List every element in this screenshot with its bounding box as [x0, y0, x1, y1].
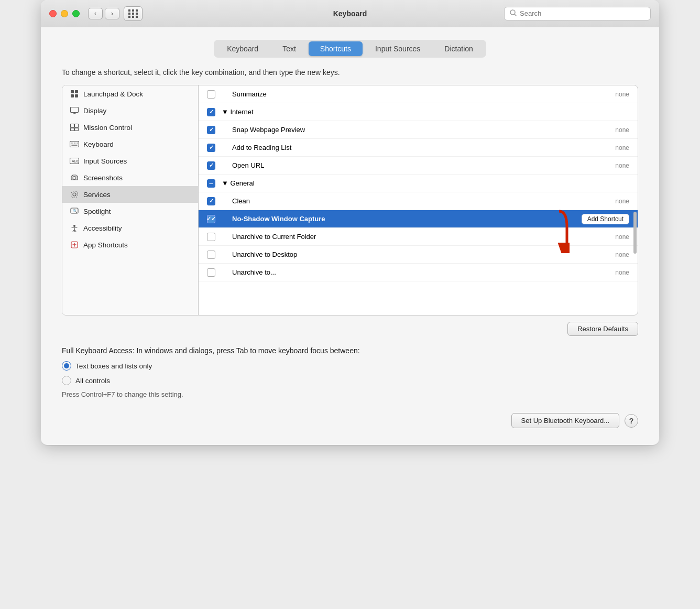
sidebar-label-input: Input Sources: [83, 157, 127, 165]
help-button[interactable]: ?: [625, 414, 638, 428]
shortcut-key-unarchive: none: [615, 269, 629, 276]
shortcut-row-clean[interactable]: Clean none: [199, 192, 638, 210]
tab-dictation[interactable]: Dictation: [433, 41, 484, 56]
radio-circle-text[interactable]: [62, 361, 71, 371]
search-box[interactable]: [504, 7, 651, 20]
content-area: Keyboard Text Shortcuts Input Sources Di…: [41, 27, 659, 445]
sidebar-label-display: Display: [83, 107, 106, 115]
shortcut-name-summarize: Summarize: [230, 90, 615, 98]
svg-rect-9: [71, 124, 74, 128]
apps-grid-button[interactable]: [124, 6, 143, 21]
shortcut-row-summarize[interactable]: Summarize none: [199, 85, 638, 103]
fka-hint: Press Control+F7 to change this setting.: [62, 390, 638, 398]
radio-all-controls[interactable]: All controls: [62, 376, 638, 385]
footer-row: Set Up Bluetooth Keyboard... ?: [62, 413, 638, 428]
shortcut-row-noshadow[interactable]: ✓ No-Shadow Window Capture Add Shortcut: [199, 210, 638, 228]
checkbox-openurl[interactable]: [207, 161, 220, 170]
checkbox-internet[interactable]: [207, 108, 220, 116]
svg-point-22: [73, 177, 76, 180]
sidebar-item-launchpad[interactable]: Launchpad & Dock: [62, 85, 198, 102]
svg-rect-5: [75, 94, 78, 97]
sidebar-item-keyboard[interactable]: Keyboard: [62, 136, 198, 153]
forward-button[interactable]: ›: [105, 8, 119, 19]
svg-rect-11: [71, 128, 74, 131]
tab-text[interactable]: Text: [271, 41, 308, 56]
sidebar-item-spotlight[interactable]: 🔍 Spotlight: [62, 203, 198, 220]
shortcut-row-unarchive-current[interactable]: Unarchive to Current Folder none: [199, 228, 638, 246]
svg-rect-2: [71, 90, 74, 93]
radio-label-text: Text boxes and lists only: [75, 362, 152, 370]
display-icon: [70, 106, 79, 115]
shortcut-name-clean: Clean: [230, 197, 615, 205]
shortcut-row-unarchive-desktop[interactable]: Unarchive to Desktop none: [199, 246, 638, 264]
tab-shortcuts[interactable]: Shortcuts: [309, 41, 363, 56]
shortcut-name-readinglist: Add to Reading List: [230, 144, 615, 151]
tab-input-sources[interactable]: Input Sources: [364, 41, 432, 56]
sidebar-item-services[interactable]: Services: [62, 186, 198, 203]
radio-circle-all[interactable]: [62, 376, 71, 385]
checkbox-clean[interactable]: [207, 197, 220, 205]
sidebar-item-mission[interactable]: Mission Control: [62, 119, 198, 136]
svg-point-23: [73, 193, 76, 196]
maximize-button[interactable]: [72, 10, 80, 17]
input-sources-icon: ABC: [70, 156, 79, 166]
svg-rect-12: [75, 128, 79, 131]
search-input[interactable]: [520, 9, 645, 17]
sidebar-item-appshortcuts[interactable]: App Shortcuts: [62, 236, 198, 253]
sidebar-item-display[interactable]: Display: [62, 102, 198, 119]
shortcut-name-unarchive-current: Unarchive to Current Folder: [230, 233, 615, 241]
restore-defaults-button[interactable]: Restore Defaults: [567, 322, 638, 336]
back-button[interactable]: ‹: [88, 8, 103, 19]
shortcut-name-unarchive: Unarchive to...: [230, 268, 615, 276]
svg-rect-13: [70, 142, 79, 147]
checkbox-unarchive[interactable]: [207, 268, 220, 277]
sidebar-label-appshortcuts: App Shortcuts: [83, 241, 128, 249]
checkbox-readinglist[interactable]: [207, 144, 220, 152]
svg-point-27: [73, 225, 75, 227]
radio-text-boxes[interactable]: Text boxes and lists only: [62, 361, 638, 371]
shortcut-key-snap: none: [615, 126, 629, 134]
shortcut-row-general[interactable]: ▼ General: [199, 175, 638, 192]
instruction-text: To change a shortcut, select it, click t…: [62, 68, 638, 77]
sidebar-label-screenshots: Screenshots: [83, 174, 123, 182]
checkbox-noshadow[interactable]: ✓: [207, 215, 220, 223]
grid-icon: [128, 9, 138, 18]
shortcut-name-noshadow: No-Shadow Window Capture: [230, 215, 582, 223]
tab-keyboard[interactable]: Keyboard: [215, 41, 270, 56]
spotlight-icon: 🔍: [70, 206, 79, 216]
shortcut-key-clean: none: [615, 198, 629, 205]
scrollbar-thumb[interactable]: [633, 212, 637, 254]
add-shortcut-button[interactable]: Add Shortcut: [582, 214, 629, 224]
radio-label-all: All controls: [75, 377, 110, 385]
svg-text:ABC: ABC: [72, 159, 79, 163]
sidebar-label-keyboard: Keyboard: [83, 140, 114, 148]
sidebar-item-input[interactable]: ABC Input Sources: [62, 153, 198, 169]
sidebar-item-accessibility[interactable]: Accessibility: [62, 220, 198, 236]
checkbox-unarchive-current[interactable]: [207, 233, 220, 241]
nav-buttons: ‹ ›: [88, 8, 119, 19]
fka-section: Full Keyboard Access: In windows and dia…: [62, 346, 638, 398]
shortcut-row-unarchive[interactable]: Unarchive to... none: [199, 264, 638, 281]
main-panel: Launchpad & Dock Display Mission Control: [62, 85, 638, 316]
shortcut-row-internet[interactable]: ▼ Internet: [199, 103, 638, 121]
close-button[interactable]: [49, 10, 57, 17]
shortcut-key-unarchive-current: none: [615, 233, 629, 241]
shortcut-name-snap: Snap Webpage Preview: [230, 126, 615, 134]
search-icon: [510, 9, 517, 18]
shortcut-row-snap[interactable]: Snap Webpage Preview none: [199, 121, 638, 139]
shortcut-name-general: ▼ General: [220, 179, 629, 187]
shortcut-key-unarchive-desktop: none: [615, 251, 629, 258]
checkbox-unarchive-desktop[interactable]: [207, 251, 220, 259]
checkbox-snap[interactable]: [207, 126, 220, 134]
minimize-button[interactable]: [61, 10, 68, 17]
svg-text:🔍: 🔍: [73, 209, 78, 213]
mission-control-icon: [70, 123, 79, 132]
shortcut-row-openurl[interactable]: Open URL none: [199, 157, 638, 175]
shortcut-row-readinglist[interactable]: Add to Reading List none: [199, 139, 638, 157]
checkbox-general[interactable]: [207, 179, 220, 188]
sidebar-label-spotlight: Spotlight: [83, 208, 111, 215]
bluetooth-setup-button[interactable]: Set Up Bluetooth Keyboard...: [511, 413, 619, 428]
sidebar-item-screenshots[interactable]: Screenshots: [62, 169, 198, 186]
checkbox-summarize[interactable]: [207, 90, 220, 99]
services-icon: [70, 190, 79, 199]
